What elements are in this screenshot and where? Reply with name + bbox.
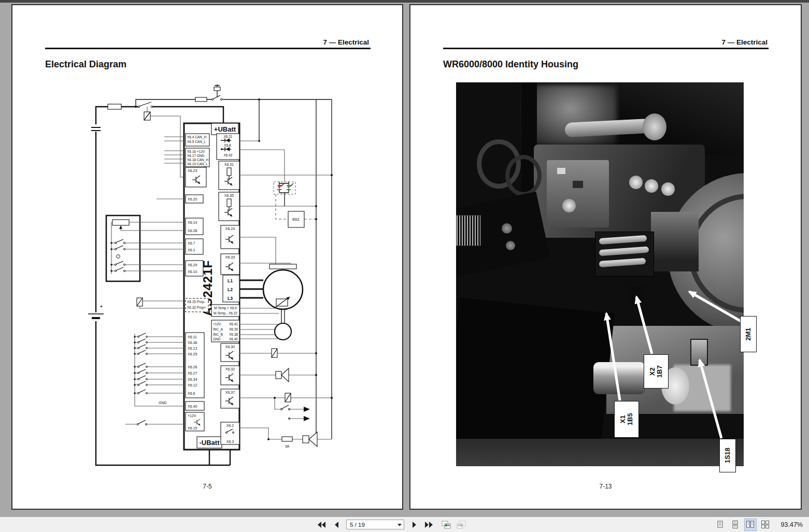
callout-label: 2M1 — [745, 327, 752, 340]
port-label: M.Temp.- X6.22 — [214, 311, 237, 315]
two-page-layout-icon — [746, 521, 755, 528]
first-page-button[interactable] — [316, 520, 327, 530]
page-indicator: 5 / 19 — [350, 522, 365, 528]
port-label: X6.13 — [188, 347, 197, 350]
next-view-button[interactable] — [456, 520, 466, 530]
single-page-layout-button[interactable] — [715, 519, 726, 530]
port-label: X6.34 — [188, 378, 197, 381]
callout-arrows — [456, 82, 744, 466]
port-label: X6.7 — [188, 241, 195, 245]
port-label: X6.17 GND — [187, 154, 205, 157]
port-label: X6.40 — [188, 405, 197, 408]
page-footer: 7-5 — [12, 483, 402, 490]
port-label: INC_A — [213, 327, 223, 332]
previous-page-icon — [334, 522, 339, 528]
port-label: L2 — [228, 287, 233, 292]
two-page-continuous-layout-icon — [761, 521, 770, 528]
callout-label: 1B5 — [627, 413, 634, 426]
layout-controls: 93.47% — [715, 517, 805, 532]
port-label: X6.38 — [229, 333, 238, 336]
chapter-header: 7 — Electrical — [323, 38, 369, 46]
port-label: X6.6 — [188, 392, 195, 395]
next-page-button[interactable] — [409, 520, 419, 530]
port-label: X6.41 — [229, 322, 238, 326]
callout-x1-1b5: X1 1B5 — [614, 401, 639, 438]
port-label: X6.37 — [225, 391, 235, 394]
continuous-layout-icon — [731, 521, 739, 528]
header-rule — [45, 48, 371, 49]
battery-plus: + — [100, 304, 103, 309]
electrical-schematic: + AS2421F +UBatt -UBatt X6.4 CAN_H — [48, 82, 385, 476]
port-label: M.Temp.+ X6.9 — [214, 306, 237, 310]
port-label: GND — [213, 337, 221, 341]
port-label: X6.11 — [188, 335, 197, 339]
port-label: +12V — [213, 322, 221, 326]
port-label: X6.33 — [225, 255, 235, 259]
port-label: X6.27 — [188, 371, 197, 375]
callout-x2-1b7: X2 1B7 — [644, 354, 669, 389]
port-label: X6.28 — [188, 229, 197, 233]
next-page-icon — [411, 522, 417, 528]
first-page-icon — [317, 522, 325, 528]
pdf-page-left: 7 — Electrical Electrical Diagram + — [11, 4, 403, 510]
port-label: X6.5 CAN_L — [187, 140, 206, 144]
chevron-down-icon — [398, 524, 402, 526]
port-label: X6.21 — [224, 135, 233, 138]
port-label: X6.40 — [229, 337, 238, 341]
port-label: X6.26 — [188, 365, 197, 369]
ubatt-plus-label: +UBatt — [214, 125, 236, 133]
callout-label: X1 — [619, 413, 627, 426]
port-label: X6.16 +12V — [187, 150, 205, 153]
chapter-header: 7 — Electrical — [721, 38, 768, 46]
port-label: X6.20 — [188, 197, 197, 201]
zoom-level: 93.47% — [781, 521, 803, 528]
previous-view-button[interactable] — [441, 520, 451, 530]
port-label: L1 — [228, 278, 233, 283]
port-label: X6.3 — [226, 440, 234, 443]
window-top-strip — [0, 0, 809, 3]
port-label: X6.35 — [224, 194, 234, 197]
port-label: X6.30 — [225, 345, 235, 349]
port-label: X6.23 — [188, 169, 197, 172]
single-page-layout-icon — [716, 521, 724, 528]
port-label: INC_B — [213, 333, 223, 337]
callout-1s18: 1S18 — [719, 439, 736, 472]
port-label: X6.32 — [225, 367, 235, 371]
port-label: X6.31 — [224, 163, 234, 166]
identity-housing-photo: 2M1 X2 1B7 X1 1B5 1S18 — [456, 82, 744, 466]
port-label: X6.29 — [188, 263, 197, 267]
callout-2m1: 2M1 — [740, 316, 757, 352]
port-label: X6.1 — [188, 248, 195, 252]
port-label: L3 — [228, 296, 233, 301]
port-label: X6.36 — [188, 341, 197, 344]
page-number-input[interactable]: 5 / 19 — [346, 520, 404, 529]
continuous-layout-button[interactable] — [730, 519, 741, 530]
two-page-layout-button[interactable] — [745, 519, 756, 530]
callout-label: 1S18 — [724, 448, 731, 463]
port-label: X6.15 — [188, 426, 197, 430]
previous-page-button[interactable] — [331, 520, 342, 530]
page-title: WR6000/8000 Identity Housing — [443, 59, 578, 70]
port-label: X6.14 — [188, 221, 197, 224]
gnd-label: GND — [159, 401, 167, 405]
callout-label: X2 — [649, 365, 656, 378]
ubatt-minus-label: -UBatt — [200, 439, 220, 447]
port-label: X6.10 — [188, 270, 197, 274]
port-label: X6.18 CAN_H — [187, 158, 208, 162]
port-label: X6.8 — [224, 143, 231, 147]
header-rule — [443, 48, 769, 49]
page-navigation: 5 / 19 — [316, 517, 466, 532]
next-view-icon — [456, 521, 466, 529]
page-title: Electrical Diagram — [45, 59, 126, 70]
port-label: X6.42 — [224, 153, 233, 157]
port-label: +12V — [188, 414, 196, 418]
last-page-button[interactable] — [424, 520, 434, 530]
port-label: X6.2 — [226, 424, 234, 427]
port-label: X6.19 CAN_L — [187, 162, 208, 166]
pdf-page-right: 7 — Electrical WR6000/8000 Identity Hous… — [409, 4, 802, 510]
port-label: X6.15 Prop- — [187, 300, 205, 304]
port-label: X6.39 — [229, 327, 238, 331]
two-page-continuous-layout-button[interactable] — [760, 519, 771, 530]
port-label: X6.32 Prop+ — [187, 306, 206, 310]
port-label: X6.12 — [188, 383, 197, 387]
